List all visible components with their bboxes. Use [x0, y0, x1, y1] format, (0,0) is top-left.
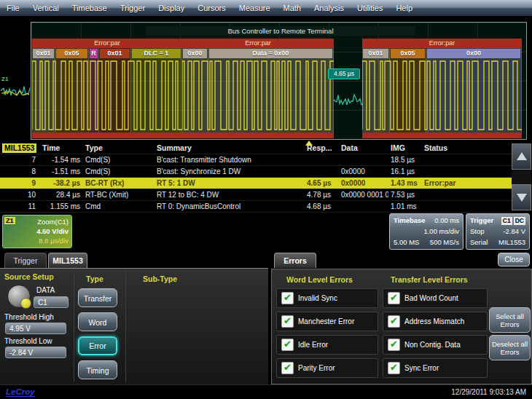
source-knob[interactable]	[7, 285, 31, 308]
timebase-samplerate: 500 MS/s	[430, 237, 459, 248]
select-all-errors-button[interactable]: Select all Errors	[489, 307, 531, 333]
menu-help[interactable]: Help	[389, 4, 419, 12]
source-setup-heading: Source Setup	[4, 272, 54, 281]
timebase-descriptor[interactable]: Timebase0.00 ms 1.00 ms/div 5.00 MS500 M…	[389, 213, 463, 250]
scroll-up-button[interactable]	[512, 143, 531, 170]
col-header-data: Data	[339, 142, 388, 154]
threshold-high-field[interactable]: 4.95 V	[5, 323, 66, 334]
checkmark-icon: ✔	[388, 339, 400, 351]
lecroy-logo: LeCroy	[6, 387, 35, 397]
threshold-low-field[interactable]: -2.84 V	[5, 347, 66, 358]
menu-math[interactable]: Math	[277, 4, 308, 12]
decode-field-label: R	[90, 49, 98, 58]
timebase-scale: 1.00 ms/div	[423, 226, 459, 237]
decode-table: MIL1553 Time Type Summary Resp... Data I…	[0, 142, 532, 211]
errors-dialog: Errors Close Word Level Errors Transfer …	[271, 251, 532, 384]
checkbox-idle-error[interactable]: ✔ Idle Error	[276, 335, 378, 355]
zoom-source: Zoom(C1)	[6, 217, 69, 226]
col-header-status: Status	[422, 142, 512, 154]
waveform-area: Bus Controller to Remote Terminal Z1 Err…	[0, 16, 532, 142]
checkbox-manchester-error[interactable]: ✔ Manchester Error	[276, 312, 378, 331]
checkbox-non-contig-data[interactable]: ✔ Non Contig. Data	[383, 335, 488, 355]
decode-field: 0x01	[362, 48, 390, 133]
decode-fields: 0x01 0x05 R 0x01 DLC = 1	[32, 48, 182, 133]
decode-field-label: 0x05	[56, 49, 87, 58]
checkbox-bad-word-count[interactable]: ✔ Bad Word Count	[383, 288, 488, 308]
menu-measure[interactable]: Measure	[232, 4, 277, 12]
divider	[74, 272, 74, 382]
trigger-protocol: MIL1553	[498, 237, 525, 248]
table-row-selected[interactable]: 9 -38.2 µs BC-RT (Rx) RT 5: 1 DW 4.65 µs…	[0, 178, 512, 189]
menu-timebase[interactable]: Timebase	[66, 4, 114, 12]
decode-field-label: 0x00	[427, 49, 520, 58]
error-banner: Error:par	[362, 39, 522, 48]
menu-analysis[interactable]: Analysis	[308, 4, 351, 12]
error-banner: Error:par	[182, 39, 334, 48]
scroll-down-button[interactable]	[512, 184, 531, 210]
table-row[interactable]: 10 28.4 µs RT-BC (Xmit) RT 12 to BC: 4 D…	[0, 189, 512, 201]
table-header: MIL1553 Time Type Summary Resp... Data I…	[0, 142, 512, 154]
trigger-coupling-badge: DC	[514, 217, 525, 225]
decode-field-label: 0x05	[391, 49, 425, 58]
decode-field: Data = 0x00	[208, 48, 334, 133]
checkmark-icon: ✔	[388, 315, 400, 328]
arrow-down-icon	[517, 194, 527, 202]
type-button-error[interactable]: Error	[78, 336, 117, 355]
decode-field-label: 0x00	[183, 49, 207, 58]
menu-display[interactable]: Display	[152, 4, 191, 12]
checkbox-sync-error[interactable]: ✔ Sync Error	[383, 358, 488, 378]
menu-bar: File Vertical Timebase Trigger Display C…	[0, 0, 532, 17]
subtype-heading: Sub-Type	[143, 274, 177, 283]
trigger-level: -2.84 V	[503, 226, 525, 237]
type-button-word[interactable]: Word	[78, 312, 117, 331]
decode-group-data: Error:par 0x00 Data = 0x00	[182, 39, 334, 138]
source-field[interactable]: C1	[34, 296, 69, 308]
knob-pointer-icon	[20, 298, 31, 309]
menu-cursors[interactable]: Cursors	[191, 4, 232, 12]
error-banner: Error:par	[32, 39, 182, 48]
trigger-label: Trigger	[470, 215, 493, 226]
errors-dialog-header: Errors Close	[271, 251, 532, 269]
type-heading: Type	[86, 274, 103, 283]
checkbox-parity-error[interactable]: ✔ Parity Error	[276, 358, 378, 378]
decode-bottom-strip	[182, 133, 334, 138]
type-button-timing[interactable]: Timing	[78, 360, 117, 379]
table-row[interactable]: 11 1.155 ms Cmd RT 0: DynamicBusControl …	[0, 201, 512, 213]
timebase-label: Timebase	[394, 215, 426, 226]
checkbox-invalid-sync[interactable]: ✔ Invalid Sync	[276, 288, 378, 308]
zoom-trace-descriptor[interactable]: Z1 Zoom(C1) 4.50 V/div 8.8 µs/div	[2, 215, 72, 248]
idle-bus-trace	[334, 89, 363, 111]
decode-field-label: 0x01	[363, 49, 388, 58]
clock: 12/29/2011 9:03:13 AM	[451, 388, 526, 396]
checkbox-address-mismatch[interactable]: ✔ Address Mismatch	[383, 312, 488, 331]
trigger-setup-dialog: Trigger MIL1553 Source Setup DATA C1 Thr…	[0, 253, 268, 384]
checkmark-icon: ✔	[388, 362, 400, 374]
table-row[interactable]: 7 -1.54 ms Cmd(S) B'cast: Transmitter Sh…	[0, 154, 512, 166]
decode-field-label: 0x01	[33, 49, 54, 58]
decode-field: DLC = 1	[131, 48, 182, 133]
menu-trigger[interactable]: Trigger	[114, 4, 152, 12]
trigger-descriptor[interactable]: Trigger C1DC Stop-2.84 V SerialMIL1553	[466, 213, 530, 250]
trigger-setup-body: Source Setup DATA C1 Threshold High 4.95…	[0, 268, 268, 385]
menu-vertical[interactable]: Vertical	[26, 4, 66, 12]
tab-errors[interactable]: Errors	[274, 253, 316, 268]
word-errors-heading: Word Level Errors	[286, 275, 353, 284]
decode-group-status: Error:par 0x01 0x05 0x00	[362, 39, 522, 138]
threshold-high-label: Threshold High	[4, 313, 54, 321]
zoom-trace-badge: Z1	[4, 217, 15, 224]
menu-utilities[interactable]: Utilities	[351, 4, 389, 12]
threshold-low-label: Threshold Low	[4, 337, 52, 345]
deselect-all-errors-button[interactable]: Deselect all Errors	[489, 335, 531, 360]
decode-field: 0x00	[426, 48, 522, 133]
divider	[125, 272, 126, 382]
data-label: DATA	[36, 286, 55, 294]
type-button-transfer[interactable]: Transfer	[78, 288, 117, 307]
tab-trigger[interactable]: Trigger	[4, 253, 47, 268]
decode-group-command: Error:par 0x01 0x05 R 0x01 DLC = 1	[32, 39, 182, 138]
table-row[interactable]: 8 -1.51 ms Cmd(S) B'cast: Synchronize 1 …	[0, 166, 512, 178]
decode-field-label: Data = 0x00	[209, 49, 332, 58]
decode-fields: 0x00 Data = 0x00	[182, 48, 334, 133]
tab-mil1553[interactable]: MIL1553	[48, 253, 87, 268]
close-button[interactable]: Close	[498, 253, 530, 266]
menu-file[interactable]: File	[0, 4, 26, 12]
